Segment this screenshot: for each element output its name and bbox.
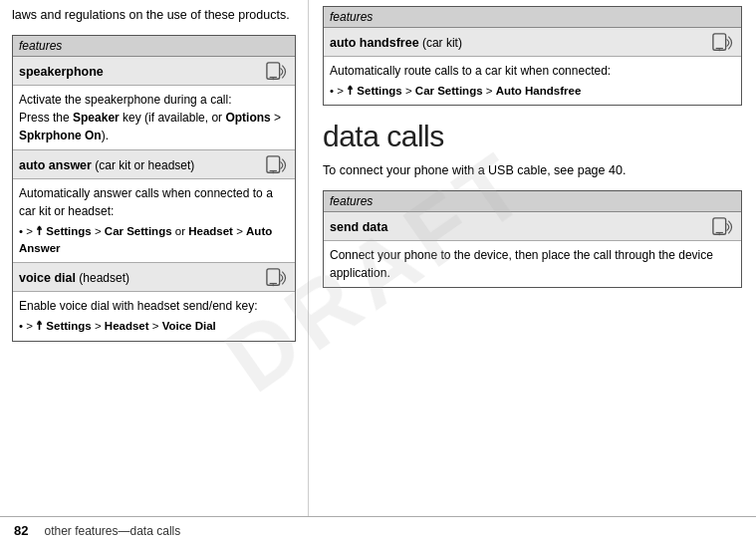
voice-dial-body: Enable voice dial with headset send/end … (13, 292, 295, 340)
speakerphone-icon (263, 61, 289, 83)
svg-rect-6 (267, 269, 280, 285)
feature-title-speakerphone: speakerphone (13, 57, 295, 86)
feature-row-speakerphone: speakerphone Activate the speakerphone d… (13, 57, 295, 150)
feature-row-send-data: send data Connect your phone to the devi… (324, 212, 741, 287)
feature-row-auto-handsfree: auto handsfree (car kit) Automatically r… (324, 28, 741, 105)
features-header-left: features (13, 36, 295, 57)
auto-handsfree-subtitle: (car kit) (419, 36, 462, 50)
svg-rect-9 (713, 34, 726, 50)
speakerphone-body: Activate the speakerphone during a call:… (13, 86, 295, 149)
svg-point-14 (718, 233, 720, 235)
left-column: laws and regulations on the use of these… (0, 0, 309, 516)
svg-point-11 (718, 49, 720, 51)
svg-rect-0 (267, 63, 280, 79)
auto-handsfree-label: auto handsfree (car kit) (330, 36, 462, 50)
voice-dial-subtitle: (headset) (76, 271, 129, 285)
send-data-body: Connect your phone to the device, then p… (324, 241, 741, 287)
auto-answer-body: Automatically answer calls when connecte… (13, 179, 295, 263)
footer: 82 other features—data calls (0, 516, 756, 544)
feature-title-auto-answer: auto answer (car kit or headset) (13, 150, 295, 179)
data-calls-heading: data calls (323, 120, 742, 153)
auto-answer-subtitle: (car kit or headset) (92, 158, 194, 172)
voice-dial-icon (263, 267, 289, 289)
feature-title-auto-handsfree: auto handsfree (car kit) (324, 28, 741, 57)
svg-point-5 (272, 171, 274, 173)
svg-rect-3 (267, 156, 280, 172)
auto-handsfree-body: Automatically route calls to a car kit w… (324, 57, 741, 105)
svg-rect-12 (713, 218, 726, 234)
data-calls-desc: To connect your phone with a USB cable, … (323, 161, 742, 180)
feature-title-voice-dial: voice dial (headset) (13, 263, 295, 292)
features-header-right-top: features (324, 7, 741, 28)
footer-label: other features—data calls (44, 524, 180, 538)
speakerphone-body-text: Activate the speakerphone during a call: (19, 93, 231, 107)
features-table-left: features speakerphone (12, 35, 296, 342)
auto-handsfree-path: • > ☨ Settings > Car Settings > Auto Han… (330, 83, 735, 100)
svg-point-8 (272, 285, 274, 287)
voice-dial-label: voice dial (headset) (19, 271, 129, 285)
auto-answer-label: auto answer (car kit or headset) (19, 158, 194, 172)
auto-handsfree-icon (709, 32, 735, 54)
auto-answer-icon (263, 154, 289, 176)
footer-page-number: 82 (14, 523, 28, 538)
voice-dial-body-text: Enable voice dial with headset send/end … (19, 299, 258, 313)
send-data-icon (709, 216, 735, 238)
auto-handsfree-body-text: Automatically route calls to a car kit w… (330, 64, 611, 78)
intro-text: laws and regulations on the use of these… (12, 0, 296, 25)
speakerphone-label: speakerphone (19, 65, 104, 79)
send-data-body-text: Connect your phone to the device, then p… (330, 248, 713, 280)
svg-point-2 (272, 78, 274, 80)
feature-title-send-data: send data (324, 212, 741, 241)
right-column: features auto handsfree (car kit) (309, 0, 756, 516)
auto-answer-body-text: Automatically answer calls when connecte… (19, 186, 273, 218)
feature-row-voice-dial: voice dial (headset) Enable voice dial w… (13, 263, 295, 340)
features-header-right-bottom: features (324, 191, 741, 212)
voice-dial-path: • > ☨ Settings > Headset > Voice Dial (19, 318, 289, 335)
features-table-right-top: features auto handsfree (car kit) (323, 6, 742, 106)
auto-answer-path: • > ☨ Settings > Car Settings or Headset… (19, 223, 289, 258)
feature-row-auto-answer: auto answer (car kit or headset) Automat… (13, 150, 295, 264)
features-table-right-bottom: features send data Conn (323, 190, 742, 288)
speakerphone-path: Press the Speaker key (if available, or … (19, 111, 281, 142)
send-data-label: send data (330, 220, 387, 234)
